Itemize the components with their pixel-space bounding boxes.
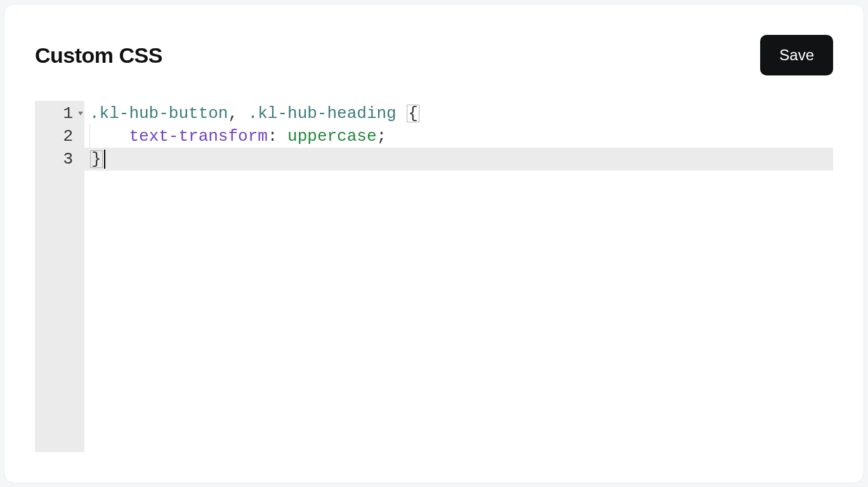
css-editor[interactable]: 123 .kl-hub-button, .kl-hub-heading { te… xyxy=(35,101,833,452)
custom-css-panel: Custom CSS Save 123 .kl-hub-button, .kl-… xyxy=(4,4,864,483)
code-token: { xyxy=(407,105,419,122)
code-token: text-transform xyxy=(129,127,267,146)
editor-gutter: 123 xyxy=(35,101,84,452)
panel-title: Custom CSS xyxy=(35,43,162,68)
panel-header: Custom CSS Save xyxy=(35,35,833,75)
code-token: : xyxy=(268,127,287,146)
code-token: ; xyxy=(377,127,387,146)
code-token: } xyxy=(90,150,103,168)
code-token: .kl-hub-heading xyxy=(248,104,397,123)
code-token: uppercase xyxy=(287,127,376,146)
code-line[interactable]: .kl-hub-button, .kl-hub-heading { xyxy=(84,102,833,125)
code-line[interactable]: text-transform: uppercase; xyxy=(84,125,833,148)
indent-whitespace xyxy=(89,127,129,146)
code-line[interactable]: } xyxy=(84,148,833,171)
indent-guide xyxy=(89,125,90,148)
fold-marker-icon[interactable] xyxy=(78,112,83,115)
code-token: .kl-hub-button xyxy=(89,104,228,123)
gutter-line: 2 xyxy=(35,125,84,148)
gutter-line: 1 xyxy=(35,102,84,125)
save-button[interactable]: Save xyxy=(760,35,833,75)
text-cursor xyxy=(104,150,105,169)
gutter-line: 3 xyxy=(35,148,84,171)
editor-code-area[interactable]: .kl-hub-button, .kl-hub-heading { text-t… xyxy=(84,101,833,452)
code-token xyxy=(397,104,407,123)
code-token: , xyxy=(228,104,247,123)
